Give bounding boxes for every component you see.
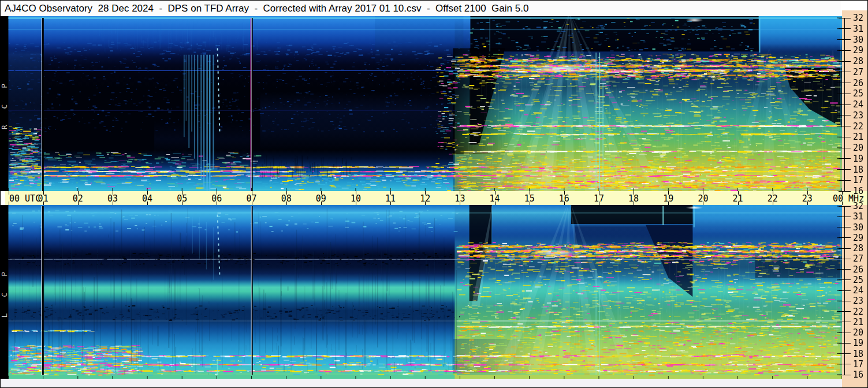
time-tick-label: 00 MHz	[833, 193, 864, 204]
time-axis: 00 UTC0102030405060708091011121314151617…	[5, 191, 867, 205]
time-tick-label: 20	[698, 193, 708, 204]
time-tick-label: 09	[316, 193, 326, 204]
time-tick-label: 13	[455, 193, 465, 204]
time-tick-label: 04	[142, 193, 152, 204]
time-tick-label: 19	[663, 193, 673, 204]
title-text: AJ4CO Observatory 28 Dec 2024 - DPS on T…	[5, 3, 528, 14]
dps-viewer-window: AJ4CO Observatory 28 Dec 2024 - DPS on T…	[0, 0, 868, 388]
time-tick-label: 03	[107, 193, 118, 204]
time-tick-label: 05	[177, 193, 187, 204]
time-tick-label: 17	[594, 193, 604, 204]
time-tick-label: 00 UTC	[9, 193, 40, 204]
title-bar: AJ4CO Observatory 28 Dec 2024 - DPS on T…	[1, 1, 841, 16]
time-tick-label: 06	[211, 193, 222, 204]
lcp-panel-label: L C P	[0, 266, 9, 318]
time-tick-label: 08	[281, 193, 292, 204]
spectrogram-panel-rcp	[8, 16, 842, 191]
time-tick-label: 01	[38, 193, 49, 204]
rcp-label-margin: R C P	[1, 16, 8, 191]
bottom-margin	[1, 379, 842, 387]
spectrogram-panel-lcp	[8, 205, 842, 379]
time-tick-label: 02	[73, 193, 83, 204]
lcp-label-margin: L C P	[1, 205, 8, 379]
rcp-panel-label: R C P	[0, 78, 9, 129]
time-tick-label: 14	[490, 193, 500, 204]
time-tick-label: 22	[768, 193, 778, 204]
time-tick-label: 07	[246, 193, 256, 204]
time-tick-label: 15	[524, 193, 535, 204]
time-tick-label: 23	[802, 193, 813, 204]
time-tick-label: 21	[733, 193, 743, 204]
time-tick-label: 10	[351, 193, 361, 204]
time-tick-label: 11	[385, 193, 396, 204]
time-tick-label: 12	[420, 193, 430, 204]
time-tick-label: 16	[559, 193, 569, 204]
time-tick-label: 18	[628, 193, 639, 204]
